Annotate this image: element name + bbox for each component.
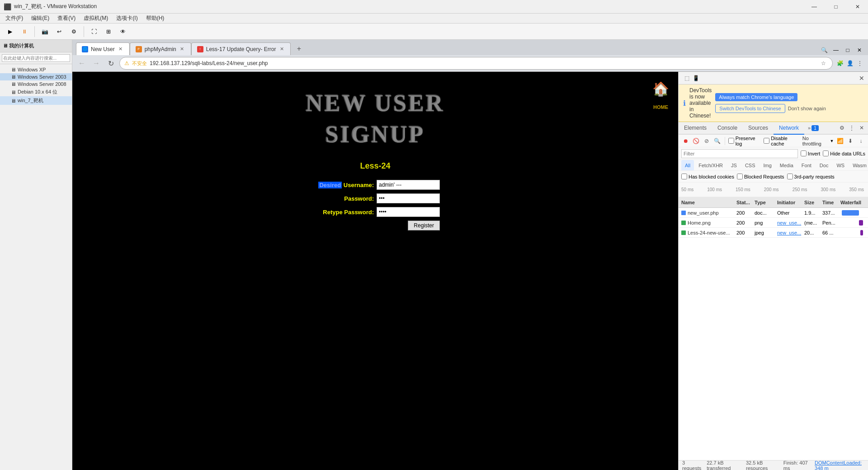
password-input[interactable] xyxy=(377,193,440,203)
search-network-button[interactable]: 🔍 xyxy=(713,136,722,146)
tab-close-phpmyadmin[interactable]: ✕ xyxy=(179,46,185,52)
menu-edit[interactable]: 编辑(E) xyxy=(28,14,53,23)
home-icon-area[interactable]: 🏠 HOME xyxy=(652,81,669,112)
tab-favicon-new-user: 🌐 xyxy=(82,46,88,52)
devtools-dots-icon[interactable]: ⋮ xyxy=(847,123,856,132)
sidebar-item-debian[interactable]: 🖥 Debian 10.x 64 位 xyxy=(0,88,72,96)
signup-title-line1: NEW USER xyxy=(306,90,444,117)
dom-loaded-link[interactable]: DOMContentLoaded: 348 m xyxy=(815,460,864,470)
menu-vm[interactable]: 虚拟机(M) xyxy=(80,14,112,23)
address-input[interactable] xyxy=(150,60,816,66)
tab-more[interactable]: » 1 xyxy=(804,122,822,134)
devtools-inspect-icon[interactable]: ⬚ xyxy=(682,74,691,83)
tick-100ms: 100 ms xyxy=(707,187,722,192)
tab-new-user[interactable]: 🌐 New User ✕ xyxy=(76,42,130,55)
import-icon[interactable]: ⬇ xyxy=(846,136,855,146)
type-tab-img[interactable]: Img xyxy=(760,160,775,170)
disable-cache-checkbox[interactable] xyxy=(764,138,769,144)
new-tab-button[interactable]: + xyxy=(292,42,305,55)
unity-btn[interactable]: ⊞ xyxy=(102,25,115,38)
clear-button[interactable]: 🚫 xyxy=(692,136,700,146)
dont-show-link[interactable]: Don't show again xyxy=(788,106,826,111)
type-tab-media[interactable]: Media xyxy=(776,160,797,170)
type-tab-ws[interactable]: WS xyxy=(833,160,848,170)
preserve-log-label: Preserve log xyxy=(728,136,762,146)
tab-console[interactable]: Console xyxy=(712,122,743,135)
preserve-log-checkbox[interactable] xyxy=(728,138,734,144)
type-tab-fetch[interactable]: Fetch/XHR xyxy=(695,160,726,170)
invert-checkbox[interactable] xyxy=(801,150,807,156)
type-tab-wasm[interactable]: Wasm xyxy=(849,160,868,170)
devtools-close-button[interactable]: ✕ xyxy=(859,75,864,82)
nav-refresh-button[interactable]: ↻ xyxy=(105,57,117,69)
table-row[interactable]: Home.png 200 png new_use... (me... Pen..… xyxy=(679,218,868,228)
tab-close-new-user[interactable]: ✕ xyxy=(118,46,124,52)
hide-data-urls-checkbox[interactable] xyxy=(823,150,829,156)
pause-btn[interactable]: ⏸ xyxy=(18,25,31,38)
row3-waterfall xyxy=(838,230,868,235)
menu-help[interactable]: 帮助(H) xyxy=(142,14,168,23)
sidebar-item-win7[interactable]: 🖥 win_7_靶机 xyxy=(0,96,72,105)
menu-file[interactable]: 文件(F) xyxy=(2,14,27,23)
browser-content-split: 🏠 HOME NEW USER SIGNUP Less-24 Desired U… xyxy=(72,72,868,470)
devtools-device-icon[interactable]: 📱 xyxy=(691,74,700,83)
type-tab-css[interactable]: CSS xyxy=(741,160,759,170)
filter-toggle-button[interactable]: ⊘ xyxy=(702,136,711,146)
tab-less17[interactable]: ! Less-17 Update Query- Error ✕ xyxy=(191,42,291,55)
table-row[interactable]: new_user.php 200 doc... Other 1.9... 337… xyxy=(679,208,868,218)
menu-view[interactable]: 查看(V) xyxy=(54,14,79,23)
wifi-icon[interactable]: 📶 xyxy=(836,136,844,146)
sidebar-item-winserver2008[interactable]: 🖥 Windows Server 2008 xyxy=(0,80,72,88)
register-button[interactable]: Register xyxy=(408,221,440,230)
tab-close-window-button[interactable]: ✕ xyxy=(854,45,864,55)
record-button[interactable]: ⏺ xyxy=(681,136,690,146)
blocked-requests-checkbox[interactable] xyxy=(737,174,743,179)
type-tab-font[interactable]: Font xyxy=(798,160,815,170)
hide-data-urls-text: Hide data URLs xyxy=(830,151,865,156)
tab-search-button[interactable]: 🔍 xyxy=(819,45,829,55)
throttling-select[interactable]: No throttling xyxy=(802,136,828,146)
tab-sources[interactable]: Sources xyxy=(743,122,774,135)
sidebar-search-input[interactable] xyxy=(2,54,70,62)
type-tab-js[interactable]: JS xyxy=(727,160,741,170)
switch-devtools-button[interactable]: Switch DevTools to Chinese xyxy=(715,104,785,113)
header-status: Stat... xyxy=(734,200,752,205)
extensions-icon[interactable]: 🧩 xyxy=(835,59,844,68)
sidebar-item-winxp[interactable]: 🖥 Windows XP xyxy=(0,66,72,73)
tab-elements[interactable]: Elements xyxy=(679,122,712,135)
view-btn[interactable]: 👁 xyxy=(117,25,129,38)
profile-icon[interactable]: 👤 xyxy=(845,59,854,68)
nav-back-button[interactable]: ← xyxy=(76,57,88,69)
username-input[interactable] xyxy=(377,180,440,190)
filter-input[interactable] xyxy=(681,149,798,158)
type-tab-all[interactable]: All xyxy=(681,160,694,170)
settings-gear-icon[interactable]: ⚙ xyxy=(837,123,846,132)
row1-type-icon xyxy=(681,211,686,215)
snapshot-btn[interactable]: 📷 xyxy=(38,25,51,38)
nav-forward-button[interactable]: → xyxy=(90,57,102,69)
devtools-close-x[interactable]: ✕ xyxy=(857,123,866,132)
tab-network[interactable]: Network xyxy=(774,122,804,135)
more-menu-icon[interactable]: ⋮ xyxy=(855,59,864,68)
tab-minimize-button[interactable]: — xyxy=(831,45,841,55)
close-button[interactable]: ✕ xyxy=(847,0,868,14)
blocked-cookies-checkbox[interactable] xyxy=(681,174,687,179)
third-party-checkbox[interactable] xyxy=(787,174,793,179)
minimize-button[interactable]: — xyxy=(804,0,825,14)
notification-text: DevTools is now available in Chinese! xyxy=(689,87,712,119)
revert-btn[interactable]: ↩ xyxy=(53,25,66,38)
retype-input[interactable] xyxy=(377,207,440,217)
tab-close-less17[interactable]: ✕ xyxy=(278,46,285,52)
power-btn[interactable]: ▶ xyxy=(4,25,16,38)
table-row[interactable]: Less-24-new-use... 200 jpeg new_use... 2… xyxy=(679,228,868,238)
fullscreen-btn[interactable]: ⛶ xyxy=(88,25,100,38)
sidebar-item-winserver2003[interactable]: 🖥 Windows Server 2003 xyxy=(0,73,72,80)
tab-maximize-button[interactable]: □ xyxy=(843,45,853,55)
always-match-button[interactable]: Always match Chrome's language xyxy=(715,93,797,101)
tab-phpmyadmin[interactable]: P phpMyAdmin ✕ xyxy=(130,42,191,55)
type-tab-doc[interactable]: Doc xyxy=(816,160,832,170)
settings-btn[interactable]: ⚙ xyxy=(67,25,80,38)
bookmark-icon[interactable]: ☆ xyxy=(819,59,828,68)
menu-tabs[interactable]: 选项卡(I) xyxy=(113,14,141,23)
maximize-button[interactable]: □ xyxy=(826,0,846,14)
